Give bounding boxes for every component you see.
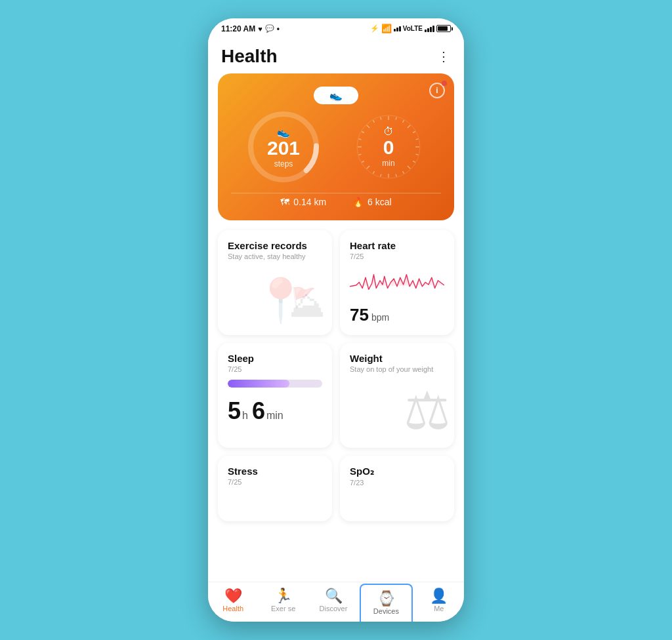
shoe-badge-row: 👟: [231, 87, 441, 104]
devices-nav-icon: ⌚: [377, 590, 395, 607]
weight-subtitle: Stay on top of your weight: [350, 365, 444, 373]
distance-value: 0.14 km: [293, 197, 326, 207]
nav-exercise[interactable]: 🏃 Exer se: [258, 582, 308, 622]
status-bar: 11:20 AM ♥ 💬 • ⚡ 📶 VoLTE: [208, 18, 464, 36]
stress-card[interactable]: Stress 7/25: [218, 456, 332, 521]
time-label: min: [382, 159, 394, 168]
discover-nav-icon: 🔍: [325, 588, 343, 605]
svg-line-11: [413, 161, 415, 163]
svg-line-16: [381, 174, 381, 177]
svg-line-5: [403, 120, 404, 122]
svg-line-18: [367, 166, 369, 169]
whatsapp-icon: 💬: [265, 24, 274, 33]
cards-grid: Exercise records Stay active, stay healt…: [208, 230, 464, 521]
page-title: Health: [221, 46, 278, 67]
sleep-value-row: 5 h 6 min: [228, 397, 322, 425]
signal-bars: [394, 26, 401, 31]
activity-card: 👟 i 👟: [218, 73, 454, 220]
weight-title: Weight: [350, 353, 444, 364]
svg-line-24: [367, 125, 369, 128]
shoe-badge: 👟: [314, 87, 358, 104]
svg-line-17: [373, 171, 375, 173]
steps-icon: 👟: [277, 126, 290, 138]
spo2-title: SpO₂: [350, 466, 444, 477]
svg-line-7: [413, 132, 415, 133]
svg-line-6: [408, 125, 410, 128]
time: 11:20 AM: [221, 24, 255, 33]
sleep-min-label: min: [266, 410, 284, 422]
spo2-card[interactable]: SpO₂ 7/23: [340, 456, 454, 521]
heart-rate-card[interactable]: Heart rate 7/25: [340, 230, 454, 335]
app-content: Health ⋮ 👟 i: [208, 36, 464, 582]
info-button[interactable]: i: [429, 83, 445, 98]
health-nav-icon: ❤️: [224, 588, 242, 605]
nav-health[interactable]: ❤️ Health: [208, 582, 258, 622]
time-inner: ⏱ 0 min: [382, 126, 394, 168]
svg-line-26: [381, 117, 381, 120]
sleep-hours: 5: [228, 397, 241, 425]
nav-discover[interactable]: 🔍 Discover: [308, 582, 358, 622]
exercise-card[interactable]: Exercise records Stay active, stay healt…: [218, 230, 332, 335]
wifi-icon: 📶: [381, 24, 392, 33]
time-ring: ⏱ 0 min: [352, 111, 425, 183]
svg-line-10: [416, 154, 419, 155]
sleep-bar-container: [228, 380, 322, 388]
svg-line-19: [362, 161, 364, 163]
time-metric: ⏱ 0 min: [352, 111, 425, 183]
bpm-value: 75: [350, 305, 369, 325]
status-right: ⚡ 📶 VoLTE: [370, 24, 451, 33]
nav-health-label: Health: [222, 605, 243, 612]
steps-inner: 👟 201 steps: [267, 126, 300, 169]
svg-line-13: [403, 171, 404, 173]
svg-line-20: [359, 154, 362, 155]
battery-icon: [436, 25, 451, 32]
svg-line-14: [396, 174, 396, 177]
nav-me-label: Me: [434, 605, 444, 612]
sleep-h-label: h: [242, 410, 248, 422]
exercise-card-subtitle: Stay active, stay healthy: [228, 252, 322, 260]
nav-me[interactable]: 👤 Me: [414, 582, 464, 622]
activity-bottom-stats: 🗺 0.14 km 🔥 6 kcal: [231, 193, 441, 207]
svg-line-12: [408, 166, 410, 169]
status-left: 11:20 AM ♥ 💬 •: [221, 24, 280, 33]
me-nav-icon: 👤: [430, 588, 448, 605]
heart-rate-date: 7/25: [350, 252, 444, 260]
exercise-card-title: Exercise records: [228, 240, 322, 251]
sleep-card[interactable]: Sleep 7/25 5 h 6 min: [218, 343, 332, 448]
steps-ring: 👟 201 steps: [247, 111, 320, 183]
weight-icon: ⚖: [404, 380, 451, 441]
activity-metrics: 👟 201 steps: [231, 111, 441, 183]
nav-devices-label: Devices: [373, 607, 399, 615]
more-options-button[interactable]: ⋮: [437, 49, 451, 64]
distance-icon: 🗺: [280, 197, 289, 207]
bpm-row: 75 bpm: [350, 302, 444, 325]
sleep-title: Sleep: [228, 353, 322, 364]
spo2-date: 7/23: [350, 479, 444, 487]
bluetooth-icon: ⚡: [370, 24, 379, 33]
time-value: 0: [383, 138, 394, 157]
dot-indicator: •: [277, 24, 280, 33]
steps-label: steps: [274, 159, 293, 169]
heart-rate-svg: [350, 266, 444, 298]
battery-fill: [438, 26, 448, 31]
bottom-nav: ❤️ Health 🏃 Exer se 🔍 Discover ⌚ Devices…: [208, 582, 464, 622]
nav-discover-label: Discover: [320, 605, 348, 612]
phone-frame: 11:20 AM ♥ 💬 • ⚡ 📶 VoLTE: [208, 18, 464, 622]
weight-card[interactable]: Weight Stay on top of your weight ⚖: [340, 343, 454, 448]
nav-devices[interactable]: ⌚ Devices: [360, 584, 412, 622]
calories-stat: 🔥 6 kcal: [352, 197, 392, 207]
heart-rate-chart: [350, 266, 444, 298]
stress-date: 7/25: [228, 478, 322, 486]
heart-rate-title: Heart rate: [350, 240, 444, 251]
svg-line-4: [396, 117, 396, 120]
steps-metric: 👟 201 steps: [247, 111, 320, 183]
sleep-bar: [228, 380, 289, 388]
svg-line-25: [373, 120, 375, 122]
calories-value: 6 kcal: [368, 197, 392, 207]
steps-value: 201: [267, 138, 300, 158]
mountain-icon: ⛰: [289, 283, 326, 325]
app-header: Health ⋮: [208, 36, 464, 73]
sleep-date: 7/25: [228, 365, 322, 373]
svg-line-8: [416, 139, 419, 140]
lte-label: VoLTE: [403, 25, 423, 32]
